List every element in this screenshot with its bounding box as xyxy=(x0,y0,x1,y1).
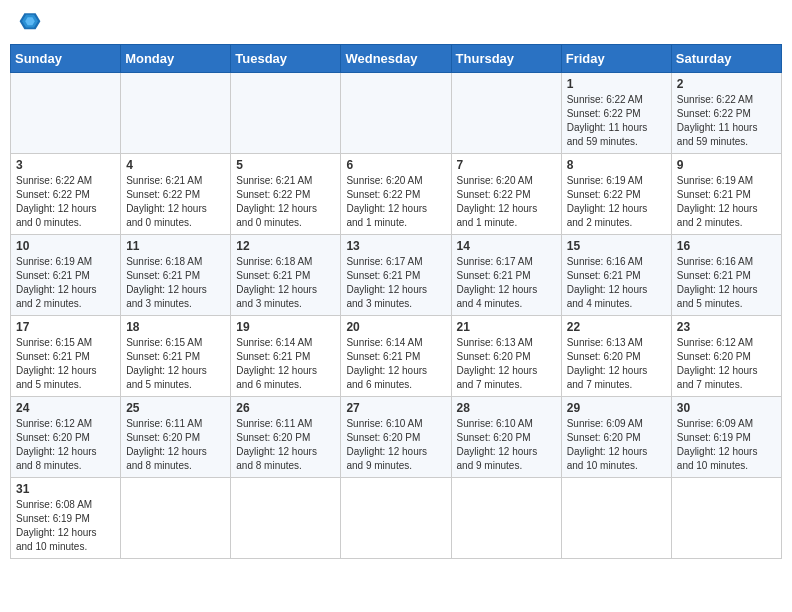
weekday-header-saturday: Saturday xyxy=(671,45,781,73)
weekday-header-monday: Monday xyxy=(121,45,231,73)
day-info: Sunrise: 6:16 AM Sunset: 6:21 PM Dayligh… xyxy=(567,255,666,311)
calendar-cell: 31Sunrise: 6:08 AM Sunset: 6:19 PM Dayli… xyxy=(11,478,121,559)
day-number: 8 xyxy=(567,158,666,172)
day-info: Sunrise: 6:13 AM Sunset: 6:20 PM Dayligh… xyxy=(567,336,666,392)
calendar-cell xyxy=(231,73,341,154)
day-number: 25 xyxy=(126,401,225,415)
calendar-header: SundayMondayTuesdayWednesdayThursdayFrid… xyxy=(11,45,782,73)
day-number: 2 xyxy=(677,77,776,91)
day-info: Sunrise: 6:11 AM Sunset: 6:20 PM Dayligh… xyxy=(236,417,335,473)
calendar-cell xyxy=(451,478,561,559)
calendar-cell xyxy=(121,478,231,559)
calendar-cell: 25Sunrise: 6:11 AM Sunset: 6:20 PM Dayli… xyxy=(121,397,231,478)
day-number: 20 xyxy=(346,320,445,334)
day-info: Sunrise: 6:19 AM Sunset: 6:21 PM Dayligh… xyxy=(677,174,776,230)
day-number: 21 xyxy=(457,320,556,334)
day-info: Sunrise: 6:11 AM Sunset: 6:20 PM Dayligh… xyxy=(126,417,225,473)
day-number: 6 xyxy=(346,158,445,172)
calendar-week-4: 17Sunrise: 6:15 AM Sunset: 6:21 PM Dayli… xyxy=(11,316,782,397)
calendar-cell: 9Sunrise: 6:19 AM Sunset: 6:21 PM Daylig… xyxy=(671,154,781,235)
calendar-cell: 16Sunrise: 6:16 AM Sunset: 6:21 PM Dayli… xyxy=(671,235,781,316)
calendar-cell: 27Sunrise: 6:10 AM Sunset: 6:20 PM Dayli… xyxy=(341,397,451,478)
day-number: 14 xyxy=(457,239,556,253)
calendar-cell: 28Sunrise: 6:10 AM Sunset: 6:20 PM Dayli… xyxy=(451,397,561,478)
calendar-cell: 23Sunrise: 6:12 AM Sunset: 6:20 PM Dayli… xyxy=(671,316,781,397)
day-number: 15 xyxy=(567,239,666,253)
calendar-cell: 7Sunrise: 6:20 AM Sunset: 6:22 PM Daylig… xyxy=(451,154,561,235)
day-number: 11 xyxy=(126,239,225,253)
day-number: 5 xyxy=(236,158,335,172)
day-number: 9 xyxy=(677,158,776,172)
calendar-cell: 17Sunrise: 6:15 AM Sunset: 6:21 PM Dayli… xyxy=(11,316,121,397)
calendar-table: SundayMondayTuesdayWednesdayThursdayFrid… xyxy=(10,44,782,559)
day-info: Sunrise: 6:15 AM Sunset: 6:21 PM Dayligh… xyxy=(16,336,115,392)
calendar-cell: 29Sunrise: 6:09 AM Sunset: 6:20 PM Dayli… xyxy=(561,397,671,478)
calendar-cell: 24Sunrise: 6:12 AM Sunset: 6:20 PM Dayli… xyxy=(11,397,121,478)
header xyxy=(10,10,782,38)
day-number: 16 xyxy=(677,239,776,253)
day-info: Sunrise: 6:17 AM Sunset: 6:21 PM Dayligh… xyxy=(346,255,445,311)
calendar-cell xyxy=(11,73,121,154)
day-info: Sunrise: 6:09 AM Sunset: 6:19 PM Dayligh… xyxy=(677,417,776,473)
calendar-cell: 19Sunrise: 6:14 AM Sunset: 6:21 PM Dayli… xyxy=(231,316,341,397)
day-number: 4 xyxy=(126,158,225,172)
day-info: Sunrise: 6:22 AM Sunset: 6:22 PM Dayligh… xyxy=(567,93,666,149)
day-info: Sunrise: 6:09 AM Sunset: 6:20 PM Dayligh… xyxy=(567,417,666,473)
day-info: Sunrise: 6:19 AM Sunset: 6:21 PM Dayligh… xyxy=(16,255,115,311)
calendar-week-1: 1Sunrise: 6:22 AM Sunset: 6:22 PM Daylig… xyxy=(11,73,782,154)
day-number: 1 xyxy=(567,77,666,91)
day-number: 22 xyxy=(567,320,666,334)
calendar-cell xyxy=(231,478,341,559)
calendar-cell: 15Sunrise: 6:16 AM Sunset: 6:21 PM Dayli… xyxy=(561,235,671,316)
day-number: 19 xyxy=(236,320,335,334)
day-info: Sunrise: 6:12 AM Sunset: 6:20 PM Dayligh… xyxy=(677,336,776,392)
day-info: Sunrise: 6:10 AM Sunset: 6:20 PM Dayligh… xyxy=(346,417,445,473)
calendar-cell: 3Sunrise: 6:22 AM Sunset: 6:22 PM Daylig… xyxy=(11,154,121,235)
weekday-row: SundayMondayTuesdayWednesdayThursdayFrid… xyxy=(11,45,782,73)
calendar-cell: 22Sunrise: 6:13 AM Sunset: 6:20 PM Dayli… xyxy=(561,316,671,397)
day-info: Sunrise: 6:08 AM Sunset: 6:19 PM Dayligh… xyxy=(16,498,115,554)
calendar-cell xyxy=(561,478,671,559)
calendar-cell xyxy=(121,73,231,154)
day-number: 13 xyxy=(346,239,445,253)
calendar-cell: 6Sunrise: 6:20 AM Sunset: 6:22 PM Daylig… xyxy=(341,154,451,235)
day-info: Sunrise: 6:21 AM Sunset: 6:22 PM Dayligh… xyxy=(126,174,225,230)
calendar-cell: 10Sunrise: 6:19 AM Sunset: 6:21 PM Dayli… xyxy=(11,235,121,316)
day-number: 29 xyxy=(567,401,666,415)
weekday-header-thursday: Thursday xyxy=(451,45,561,73)
calendar-cell: 20Sunrise: 6:14 AM Sunset: 6:21 PM Dayli… xyxy=(341,316,451,397)
weekday-header-wednesday: Wednesday xyxy=(341,45,451,73)
calendar-week-3: 10Sunrise: 6:19 AM Sunset: 6:21 PM Dayli… xyxy=(11,235,782,316)
day-info: Sunrise: 6:14 AM Sunset: 6:21 PM Dayligh… xyxy=(236,336,335,392)
logo-icon xyxy=(10,10,42,38)
day-number: 17 xyxy=(16,320,115,334)
day-info: Sunrise: 6:10 AM Sunset: 6:20 PM Dayligh… xyxy=(457,417,556,473)
calendar-cell xyxy=(671,478,781,559)
calendar-cell: 5Sunrise: 6:21 AM Sunset: 6:22 PM Daylig… xyxy=(231,154,341,235)
calendar-cell xyxy=(341,478,451,559)
calendar-cell: 13Sunrise: 6:17 AM Sunset: 6:21 PM Dayli… xyxy=(341,235,451,316)
calendar-cell: 8Sunrise: 6:19 AM Sunset: 6:22 PM Daylig… xyxy=(561,154,671,235)
calendar-week-2: 3Sunrise: 6:22 AM Sunset: 6:22 PM Daylig… xyxy=(11,154,782,235)
day-number: 28 xyxy=(457,401,556,415)
calendar-body: 1Sunrise: 6:22 AM Sunset: 6:22 PM Daylig… xyxy=(11,73,782,559)
day-number: 30 xyxy=(677,401,776,415)
day-number: 3 xyxy=(16,158,115,172)
day-number: 27 xyxy=(346,401,445,415)
day-number: 18 xyxy=(126,320,225,334)
day-number: 12 xyxy=(236,239,335,253)
day-info: Sunrise: 6:20 AM Sunset: 6:22 PM Dayligh… xyxy=(457,174,556,230)
day-info: Sunrise: 6:15 AM Sunset: 6:21 PM Dayligh… xyxy=(126,336,225,392)
day-info: Sunrise: 6:13 AM Sunset: 6:20 PM Dayligh… xyxy=(457,336,556,392)
weekday-header-friday: Friday xyxy=(561,45,671,73)
weekday-header-sunday: Sunday xyxy=(11,45,121,73)
day-info: Sunrise: 6:14 AM Sunset: 6:21 PM Dayligh… xyxy=(346,336,445,392)
day-number: 24 xyxy=(16,401,115,415)
calendar-week-5: 24Sunrise: 6:12 AM Sunset: 6:20 PM Dayli… xyxy=(11,397,782,478)
weekday-header-tuesday: Tuesday xyxy=(231,45,341,73)
day-info: Sunrise: 6:22 AM Sunset: 6:22 PM Dayligh… xyxy=(677,93,776,149)
day-info: Sunrise: 6:12 AM Sunset: 6:20 PM Dayligh… xyxy=(16,417,115,473)
calendar-cell: 26Sunrise: 6:11 AM Sunset: 6:20 PM Dayli… xyxy=(231,397,341,478)
day-info: Sunrise: 6:21 AM Sunset: 6:22 PM Dayligh… xyxy=(236,174,335,230)
day-info: Sunrise: 6:20 AM Sunset: 6:22 PM Dayligh… xyxy=(346,174,445,230)
